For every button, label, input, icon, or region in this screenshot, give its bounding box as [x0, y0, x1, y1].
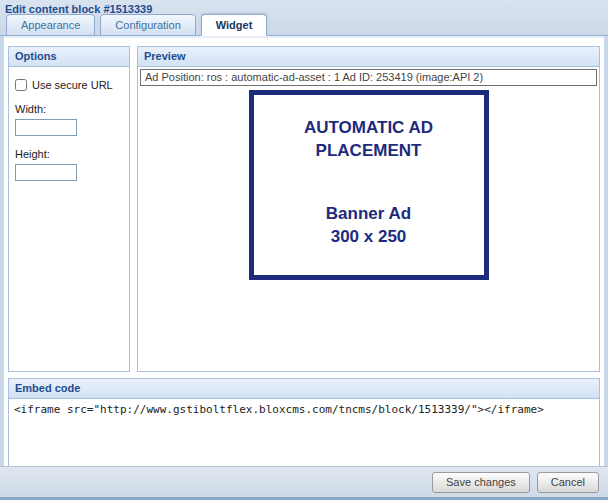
banner-line2: PLACEMENT — [304, 140, 433, 163]
save-changes-button[interactable]: Save changes — [432, 472, 530, 493]
height-input[interactable] — [15, 164, 77, 181]
use-secure-url-label: Use secure URL — [32, 79, 113, 91]
secure-url-row: Use secure URL — [15, 79, 123, 91]
embed-code-header: Embed code — [9, 379, 599, 399]
banner-headline: AUTOMATIC AD PLACEMENT — [304, 117, 433, 163]
width-input[interactable] — [15, 119, 77, 136]
banner-line1: AUTOMATIC AD — [304, 117, 433, 140]
banner-line3: Banner Ad — [326, 203, 411, 226]
banner-line4: 300 x 250 — [326, 226, 411, 249]
preview-panel-body: Ad Position: ros : automatic-ad-asset : … — [138, 67, 599, 371]
width-label: Width: — [15, 103, 123, 115]
use-secure-url-checkbox[interactable] — [15, 79, 27, 91]
dialog-titlebar: Edit content block #1513339 Appearance C… — [0, 0, 608, 36]
embed-code-text[interactable]: <iframe src="http://www.gstiboltflex.blo… — [9, 399, 599, 466]
widget-tab-content: Options Use secure URL Width: Height: Pr… — [4, 36, 604, 466]
preview-panel-header: Preview — [138, 47, 599, 67]
tab-bar: Appearance Configuration Widget — [6, 14, 267, 36]
dialog-footer: Save changes Cancel — [0, 466, 608, 500]
panel-columns: Options Use secure URL Width: Height: Pr… — [8, 46, 600, 372]
tab-appearance[interactable]: Appearance — [6, 14, 95, 36]
height-label: Height: — [15, 148, 123, 160]
banner-subtext: Banner Ad 300 x 250 — [326, 203, 411, 249]
cancel-button[interactable]: Cancel — [537, 472, 599, 493]
options-panel-body: Use secure URL Width: Height: — [9, 67, 129, 371]
tab-configuration[interactable]: Configuration — [100, 14, 195, 36]
ad-banner-preview: AUTOMATIC AD PLACEMENT Banner Ad 300 x 2… — [249, 90, 489, 280]
options-panel: Options Use secure URL Width: Height: — [8, 46, 130, 372]
preview-panel: Preview Ad Position: ros : automatic-ad-… — [137, 46, 600, 372]
embed-code-panel: Embed code <iframe src="http://www.gstib… — [8, 378, 600, 467]
ad-position-info: Ad Position: ros : automatic-ad-asset : … — [140, 69, 597, 86]
options-panel-header: Options — [9, 47, 129, 67]
tab-widget[interactable]: Widget — [201, 14, 268, 36]
